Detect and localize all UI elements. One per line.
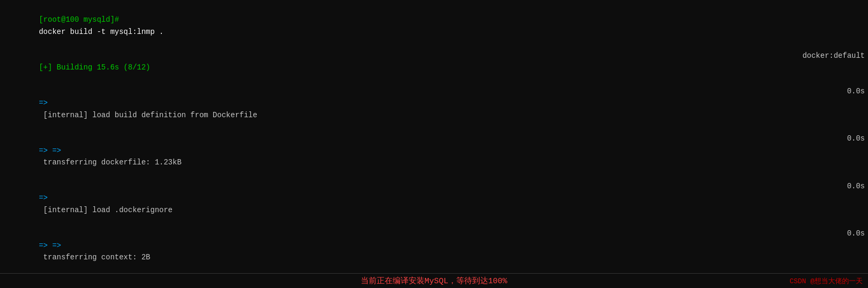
terminal-body: [root@100 mysqld]# docker build -t mysql… xyxy=(0,0,868,273)
prompt-line: [root@100 mysqld]# docker build -t mysql… xyxy=(3,2,865,50)
line-1: => [internal] load build definition from… xyxy=(3,85,865,133)
status-text: 当前正在编译安装MySQL，等待到达100% xyxy=(361,277,507,286)
status-bar: 当前正在编译安装MySQL，等待到达100% CSDN @想当大佬的一天 xyxy=(0,273,868,288)
command-text: docker build -t mysql:lnmp . xyxy=(39,28,163,36)
line-2: => => transferring dockerfile: 1.23kB 0.… xyxy=(3,133,865,180)
building-line: [+] Building 15.6s (8/12) docker:default xyxy=(3,50,865,85)
terminal-window: [root@100 mysqld]# docker build -t mysql… xyxy=(0,0,868,288)
prompt-text: [root@100 mysqld]# xyxy=(39,15,119,24)
status-right: CSDN @想当大佬的一天 xyxy=(789,276,863,286)
step-indicator: [+] Building 15.6s (8/12) xyxy=(39,63,150,72)
docker-default: docker:default xyxy=(802,50,865,62)
line-4: => => transferring context: 2B 0.0s xyxy=(3,228,865,273)
line-3: => [internal] load .dockerignore 0.0s xyxy=(3,180,865,228)
